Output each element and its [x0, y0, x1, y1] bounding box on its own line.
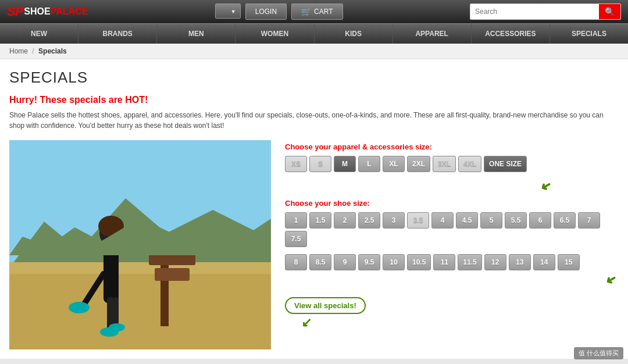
shoe-size-btn-2_5[interactable]: 2.5 — [358, 212, 380, 229]
breadcrumb-current: Specials — [38, 47, 67, 55]
svg-rect-5 — [149, 248, 195, 265]
shoe-size-btn-13[interactable]: 13 — [509, 254, 531, 270]
shoe-size-btn-8_5[interactable]: 8.5 — [309, 254, 331, 270]
apparel-sizes-row: XSSMLXL2XL3XL4XLONE SIZE — [285, 156, 619, 172]
view-all-specials-link[interactable]: View all specials! — [285, 297, 366, 314]
shoe-size-btn-12[interactable]: 12 — [484, 254, 506, 270]
shoe-size-btn-1[interactable]: 1 — [285, 212, 307, 229]
shoe-size-btn-3[interactable]: 3 — [383, 212, 405, 229]
size15-arrow-icon: ➜ — [603, 271, 620, 290]
nav-item-kids[interactable]: KIDS — [315, 24, 393, 44]
apparel-size-btn-s: S — [309, 156, 331, 172]
cart-label: CART — [314, 8, 333, 16]
apparel-size-btn-m[interactable]: M — [334, 156, 356, 172]
language-dropdown-wrapper — [215, 3, 241, 20]
apparel-size-btn-3xl: 3XL — [433, 156, 456, 172]
svg-point-14 — [69, 302, 90, 313]
logo-shoe: SHOE — [24, 6, 50, 17]
shoe-size-btn-14[interactable]: 14 — [533, 254, 555, 270]
shoe-size-btn-6_5[interactable]: 6.5 — [554, 212, 576, 229]
one-size-arrow-icon: ➜ — [538, 177, 555, 196]
logo[interactable]: SP SHOE PALACE — [7, 4, 88, 19]
apparel-size-label: Choose your apparel & accessories size: — [285, 142, 619, 151]
breadcrumb-separator: / — [32, 47, 34, 55]
shoe-size-btn-11_5[interactable]: 11.5 — [458, 254, 481, 270]
cart-icon: 🛒 — [301, 7, 311, 16]
shoe-size-btn-15[interactable]: 15 — [558, 254, 580, 270]
shoe-size-btn-10_5[interactable]: 10.5 — [407, 254, 431, 270]
breadcrumb: Home / Specials — [0, 44, 628, 59]
nav-item-specials[interactable]: SPECIALS — [550, 24, 628, 44]
search-input[interactable] — [470, 5, 599, 19]
language-dropdown[interactable] — [215, 3, 241, 19]
page-content: SPECIALS Hurry! These specials are HOT! … — [0, 59, 628, 359]
nav-item-accessories[interactable]: ACCESSORIES — [472, 24, 550, 44]
breadcrumb-home[interactable]: Home — [9, 47, 28, 55]
shoe-size-btn-8[interactable]: 8 — [285, 254, 307, 270]
shoe-sizes-row2: 88.599.51010.51111.512131415 — [285, 254, 619, 270]
shoe-size-btn-5[interactable]: 5 — [480, 212, 502, 229]
svg-rect-10 — [113, 297, 119, 326]
shoe-size-btn-1_5[interactable]: 1.5 — [309, 212, 331, 229]
nav-item-new[interactable]: NEW — [0, 24, 78, 44]
apparel-size-btn-l[interactable]: L — [358, 156, 380, 172]
search-icon: 🔍 — [605, 7, 615, 16]
svg-rect-6 — [155, 268, 190, 281]
hero-svg — [9, 140, 271, 349]
nav-item-men[interactable]: MEN — [157, 24, 236, 44]
search-bar: 🔍 — [470, 3, 621, 20]
svg-point-15 — [98, 216, 124, 237]
shoe-size-btn-9_5[interactable]: 9.5 — [358, 254, 380, 270]
nav-item-women[interactable]: WOMEN — [236, 24, 314, 44]
cart-button[interactable]: 🛒 CART — [291, 3, 342, 20]
shoe-sizes-row1: 11.522.533.544.555.566.577.5 — [285, 212, 619, 247]
hero-image-background — [9, 140, 271, 349]
search-button[interactable]: 🔍 — [599, 4, 620, 19]
shoe-size-btn-5_5[interactable]: 5.5 — [505, 212, 527, 229]
apparel-size-btn-xl[interactable]: XL — [383, 156, 405, 172]
main-nav: NEWBRANDSMENWOMENKIDSAPPARELACCESSORIESS… — [0, 23, 628, 44]
shoe-size-btn-9[interactable]: 9 — [334, 254, 356, 270]
logo-palace: PALACE — [51, 6, 88, 17]
specials-headline: Hurry! These specials are HOT! — [9, 95, 619, 105]
shoe-size-btn-4_5[interactable]: 4.5 — [456, 212, 478, 229]
shoe-size-btn-7_5[interactable]: 7.5 — [285, 231, 307, 247]
shoe-size-btn-6[interactable]: 6 — [529, 212, 551, 229]
login-button[interactable]: LOGIN — [245, 3, 287, 20]
apparel-size-btn-2xl[interactable]: 2XL — [407, 156, 430, 172]
one-size-arrow-annotation: ➜ — [285, 179, 619, 194]
logo-sp: SP — [7, 4, 23, 19]
nav-item-apparel[interactable]: APPAREL — [393, 24, 472, 44]
shoe-size-btn-2[interactable]: 2 — [334, 212, 356, 229]
apparel-size-btn-xs: XS — [285, 156, 307, 172]
hero-image — [9, 140, 271, 349]
page-title: SPECIALS — [9, 69, 619, 87]
specials-description: Shoe Palace sells the hottest shoes, app… — [9, 110, 614, 131]
svg-point-12 — [109, 323, 125, 331]
svg-rect-3 — [9, 274, 271, 349]
view-all-container: View all specials! ↙ — [285, 297, 619, 330]
shoe-size-btn-7[interactable]: 7 — [578, 212, 600, 229]
apparel-size-btn-one-size[interactable]: ONE SIZE — [484, 156, 527, 172]
shoe-size-label: Choose your shoe size: — [285, 199, 619, 208]
header-controls: LOGIN 🛒 CART — [94, 3, 464, 20]
shoe-size-btn-3_5: 3.5 — [407, 212, 429, 229]
shoe-size-btn-4[interactable]: 4 — [431, 212, 454, 229]
apparel-size-btn-4xl: 4XL — [458, 156, 481, 172]
shoe-size-btn-10[interactable]: 10 — [383, 254, 405, 270]
nav-item-brands[interactable]: BRANDS — [78, 24, 157, 44]
main-layout: Choose your apparel & accessories size: … — [9, 140, 619, 349]
shoe-size-btn-11[interactable]: 11 — [433, 254, 455, 270]
size15-arrow-annotation: ➜ — [285, 273, 616, 288]
site-header: SP SHOE PALACE LOGIN 🛒 CART 🔍 — [0, 0, 628, 23]
view-all-arrow-icon: ↙ — [301, 315, 619, 330]
size-selector-area: Choose your apparel & accessories size: … — [285, 140, 619, 330]
